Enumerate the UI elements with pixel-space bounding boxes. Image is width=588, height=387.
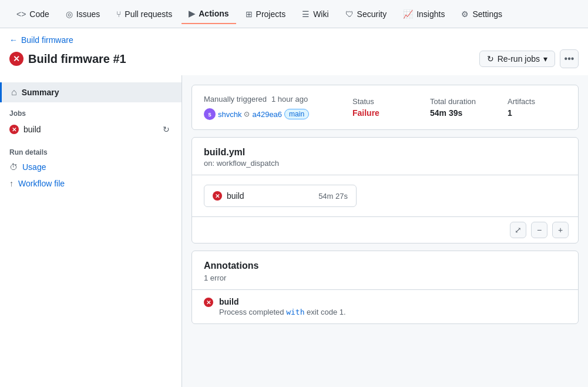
wiki-icon: ☰ (302, 9, 310, 19)
zoom-out-button[interactable]: − (531, 222, 547, 238)
content-area: Manually triggered 1 hour ago s shvchk ⊙… (182, 75, 588, 387)
workflow-controls: ⤢ − + (192, 216, 578, 243)
plus-icon: + (558, 225, 563, 235)
workflow-job-card[interactable]: ✕ build 54m 27s (204, 185, 357, 207)
nav-issues[interactable]: ◎ Issues (59, 5, 107, 24)
nav-code[interactable]: <> Code (9, 5, 56, 24)
status-section: Status Failure (352, 97, 411, 118)
commit-icon: ⊙ (244, 110, 250, 118)
run-actions: ↻ Re-run jobs ▾ ••• (479, 49, 579, 68)
duration-section: Total duration 54m 39s (430, 97, 489, 118)
run-title-row: ✕ Build firmware #1 ↻ Re-run jobs ▾ ••• (9, 49, 579, 75)
expand-icon: ⤢ (515, 225, 522, 235)
jobs-section-label: Jobs (0, 102, 182, 120)
settings-icon: ⚙ (461, 9, 469, 19)
actions-icon: ▶ (189, 9, 195, 18)
zoom-in-button[interactable]: + (552, 222, 569, 238)
annotation-item: ✕ build Process completed with exit code… (192, 289, 578, 323)
workflow-job-left: ✕ build (213, 191, 244, 201)
trigger-row: Manually triggered 1 hour ago (204, 95, 334, 104)
rerun-chevron-icon: ▾ (543, 54, 547, 64)
run-status-error-icon: ✕ (9, 52, 23, 66)
back-link[interactable]: ← Build firmware (9, 35, 579, 45)
insights-icon: 📈 (403, 9, 413, 19)
nav-actions[interactable]: ▶ Actions (182, 4, 236, 24)
workflow-body: ✕ build 54m 27s (192, 175, 578, 216)
annotation-message: Process completed with exit code 1. (219, 308, 346, 316)
more-options-button[interactable]: ••• (560, 49, 579, 68)
expand-button[interactable]: ⤢ (510, 222, 526, 238)
back-arrow-icon: ← (9, 35, 18, 45)
job-error-icon: ✕ (9, 125, 19, 134)
workflow-file-icon: ↑ (9, 179, 14, 188)
job-refresh-button[interactable]: ↻ (160, 124, 172, 135)
main-layout: ⌂ Summary Jobs ✕ build ↻ Run details ⏱ U… (0, 75, 588, 387)
top-nav: <> Code ◎ Issues ⑂ Pull requests ▶ Actio… (0, 0, 588, 28)
page-header: ← Build firmware ✕ Build firmware #1 ↻ R… (0, 28, 588, 75)
rerun-jobs-button[interactable]: ↻ Re-run jobs ▾ (479, 51, 555, 67)
sidebar-usage-link[interactable]: ⏱ Usage (0, 159, 182, 175)
run-title: ✕ Build firmware #1 (9, 52, 126, 66)
nav-insights[interactable]: 📈 Insights (396, 5, 452, 24)
rerun-icon: ↻ (487, 54, 494, 64)
more-dots-icon: ••• (565, 54, 574, 64)
issues-icon: ◎ (66, 9, 73, 19)
nav-projects[interactable]: ⊞ Projects (238, 5, 293, 24)
code-icon: <> (16, 9, 26, 19)
run-details-label: Run details (0, 139, 182, 159)
annotations-card: Annotations 1 error ✕ build Process comp… (191, 251, 579, 324)
trigger-section: Manually triggered 1 hour ago s shvchk ⊙… (204, 95, 334, 120)
projects-icon: ⊞ (246, 9, 253, 19)
annotation-content: build Process completed with exit code 1… (219, 297, 346, 316)
usage-icon: ⏱ (9, 162, 18, 172)
sidebar-workflow-file-link[interactable]: ↑ Workflow file (0, 175, 182, 192)
minus-icon: − (537, 225, 542, 235)
sidebar: ⌂ Summary Jobs ✕ build ↻ Run details ⏱ U… (0, 75, 182, 387)
artifacts-section: Artifacts 1 (508, 97, 566, 118)
annotation-highlight: with (286, 308, 304, 316)
workflow-job-error-icon: ✕ (213, 191, 222, 201)
nav-settings[interactable]: ⚙ Settings (454, 5, 509, 24)
commit-info-row: s shvchk ⊙ a429ea6 main (204, 108, 334, 120)
sidebar-summary-item[interactable]: ⌂ Summary (0, 82, 182, 102)
pull-requests-icon: ⑂ (116, 9, 121, 19)
nav-security[interactable]: 🛡 Security (338, 5, 394, 24)
workflow-header: build.yml on: workflow_dispatch (192, 138, 578, 175)
nav-wiki[interactable]: ☰ Wiki (295, 5, 335, 24)
run-info-card: Manually triggered 1 hour ago s shvchk ⊙… (191, 85, 579, 130)
annotation-error-icon: ✕ (204, 298, 213, 307)
annotations-header: Annotations 1 error (192, 251, 578, 289)
sidebar-job-build[interactable]: ✕ build ↻ (0, 120, 182, 139)
workflow-card: build.yml on: workflow_dispatch ✕ build … (191, 137, 579, 243)
branch-badge: main (284, 109, 309, 119)
security-icon: 🛡 (345, 9, 354, 19)
actor-avatar: s (204, 108, 216, 120)
job-item-left: ✕ build (9, 125, 41, 134)
nav-pull-requests[interactable]: ⑂ Pull requests (109, 5, 179, 24)
run-info-inner: Manually triggered 1 hour ago s shvchk ⊙… (192, 85, 578, 129)
home-icon: ⌂ (11, 87, 17, 98)
